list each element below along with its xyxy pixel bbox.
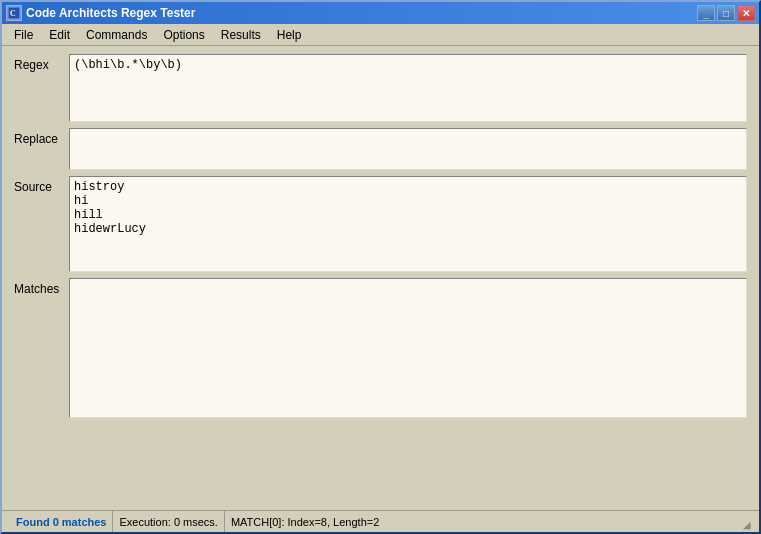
main-content: Regex Replace Source Matches [2,46,759,510]
title-bar: C Code Architects Regex Tester _ □ ✕ [2,2,759,24]
close-button[interactable]: ✕ [737,5,755,21]
menu-file[interactable]: File [6,26,41,44]
regex-label: Regex [14,54,69,72]
source-label: Source [14,176,69,194]
replace-row: Replace [14,128,747,170]
matches-row: Matches [14,278,747,502]
menu-edit[interactable]: Edit [41,26,78,44]
matches-label: Matches [14,278,69,296]
svg-text:C: C [10,9,16,18]
status-execution: Execution: 0 msecs. [113,511,224,532]
replace-input[interactable] [69,128,747,170]
restore-button[interactable]: □ [717,5,735,21]
main-window: C Code Architects Regex Tester _ □ ✕ Fil… [0,0,761,534]
menu-results[interactable]: Results [213,26,269,44]
regex-row: Regex [14,54,747,122]
source-input[interactable] [69,176,747,272]
menu-options[interactable]: Options [155,26,212,44]
status-match-info: MATCH[0]: Index=8, Length=2 [225,511,385,532]
window-title: Code Architects Regex Tester [26,6,697,20]
window-controls: _ □ ✕ [697,5,755,21]
status-bar: Found 0 matches Execution: 0 msecs. MATC… [2,510,759,532]
menu-commands[interactable]: Commands [78,26,155,44]
minimize-button[interactable]: _ [697,5,715,21]
resize-grip[interactable]: ◢ [735,514,751,530]
matches-input[interactable] [69,278,747,418]
regex-input[interactable] [69,54,747,122]
menu-help[interactable]: Help [269,26,310,44]
status-found: Found 0 matches [10,511,113,532]
menu-bar: File Edit Commands Options Results Help [2,24,759,46]
replace-label: Replace [14,128,69,146]
app-icon: C [6,5,22,21]
source-row: Source [14,176,747,272]
